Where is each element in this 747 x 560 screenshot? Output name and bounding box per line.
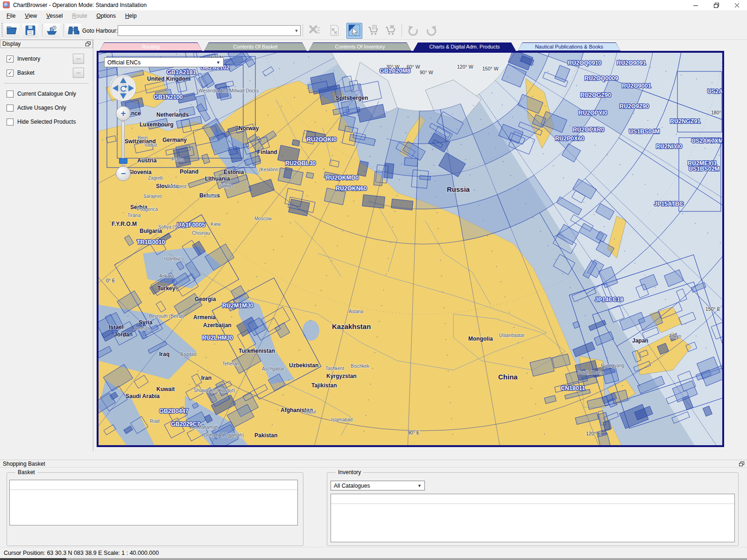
checkbox-label: Basket [17,70,35,76]
tab-charts-digital-adm-products[interactable]: Charts & Digital Adm. Products [413,42,516,52]
toolbar-separator [63,24,64,37]
close-button[interactable] [726,0,747,10]
bottom-scrollbar[interactable] [0,558,747,560]
zoom-in-button[interactable]: + [116,106,131,121]
goto-harbour-combobox[interactable]: ▼ [118,25,301,36]
svg-text:RU2OKN60: RU2OKN60 [336,185,367,192]
svg-text:Austria: Austria [137,157,157,164]
svg-text:Finland: Finland [257,149,277,155]
svg-text:Tashkent: Tashkent [325,366,344,371]
svg-text:South Korea: South Korea [578,370,604,375]
svg-text:Minsk: Minsk [205,194,218,199]
svg-text:Kuwait: Kuwait [156,386,175,392]
toolbar-separator [42,24,42,37]
remove-from-basket-button [383,23,399,39]
pan-control[interactable] [110,75,137,102]
svg-text:Kyrgyzstan: Kyrgyzstan [326,373,357,379]
svg-text:Georgia: Georgia [195,296,216,302]
chart-outlines-icon [328,24,340,38]
svg-text:JP14CC18: JP14CC18 [595,296,623,303]
minimize-button[interactable] [685,0,706,10]
menu-route[interactable]: Route [68,11,92,21]
svg-text:GB1A20M8: GB1A20M8 [380,68,410,74]
svg-text:Armenia: Armenia [193,314,216,321]
menu-help[interactable]: Help [120,11,141,21]
svg-text:Pyongyang: Pyongyang [601,363,624,368]
redo-icon [425,24,437,38]
toolbar-separator [303,24,303,37]
svg-text:0° E: 0° E [106,278,115,283]
inventory-group-label: Inventory [336,469,363,476]
toolbar: Goto Harbour: ▼ [0,21,747,40]
svg-text:RU2OOKI0: RU2OOKI0 [307,136,337,143]
save-button[interactable] [22,23,38,39]
float-panel-icon[interactable] [739,462,744,466]
svg-text:RU2NIYI0: RU2NIYI0 [656,143,682,150]
chart-map[interactable]: 60° N30° W60° W90° W120° W150° W180°150°… [97,51,724,447]
svg-text:90° W: 90° W [420,70,433,75]
svg-text:Uzbekistan: Uzbekistan [289,362,318,369]
menu-view[interactable]: View [20,11,42,21]
menu-file[interactable]: File [2,11,20,21]
toolbar-grip[interactable] [1,23,3,37]
cart-add-icon [367,24,380,38]
usage-band-wheel[interactable] [104,401,141,438]
more-options-button[interactable]: ... [73,68,84,78]
tab-contents-of-basket[interactable]: Contents Of Basket [204,42,307,52]
svg-text:RU2M1MJ0: RU2M1MJ0 [222,302,254,309]
checkbox-active-usages-only[interactable] [7,105,14,112]
chart-type-dropdown[interactable]: Official ENCs ▼ [104,57,224,67]
svg-text:Kazakhstan: Kazakhstan [332,322,371,330]
chevron-down-icon[interactable]: ▼ [293,28,300,33]
svg-text:RU2OQ0009: RU2OQ0009 [585,75,618,82]
svg-text:Tirana: Tirana [127,213,141,218]
float-panel-icon[interactable] [85,42,91,46]
zoom-out-button[interactable]: − [116,166,131,181]
menu-options[interactable]: Options [92,11,120,21]
open-button[interactable] [4,23,20,39]
scale-value: 1 : 40.000.000 [121,550,159,556]
svg-text:Pakistan: Pakistan [254,432,277,439]
vessel-button[interactable] [44,23,60,39]
svg-text:Vilnius: Vilnius [220,183,233,189]
svg-text:RU2OQ0910: RU2OQ0910 [568,60,601,66]
svg-text:Bagdad: Bagdad [180,352,196,357]
basket-table[interactable] [9,480,298,525]
checkbox-basket[interactable]: ✓ [7,70,14,77]
more-options-button[interactable]: ... [73,54,84,64]
svg-text:CN18011: CN18011 [561,385,585,392]
find-harbour-button[interactable] [65,23,81,39]
svg-text:JP15ATBC: JP15ATBC [654,201,684,207]
svg-text:Aschgabat: Aschgabat [262,366,284,371]
map-canvas[interactable]: 60° N30° W60° W90° W120° W150° W180°150°… [99,53,722,445]
svg-text:RU2OPYI0: RU2OPYI0 [578,110,607,116]
svg-text:China: China [498,373,518,381]
chart-outlines-button [326,23,342,39]
checkbox-hide-selected-products[interactable] [7,119,14,126]
catalogue-dropdown[interactable]: All Catalogues ▼ [331,481,425,490]
checkbox-inventory[interactable]: ✓ [7,56,14,63]
tab-nautical-publications-books[interactable]: Nautical Publications & Books [517,42,621,52]
svg-text:F.Y.R.O.M: F.Y.R.O.M [112,221,137,227]
checkbox-current-catalogue-only[interactable] [7,91,14,98]
display-panel: Display ✓Inventory...✓Basket...Current C… [0,40,93,451]
svg-text:Moscow: Moscow [254,216,272,221]
chevron-down-icon[interactable]: ▼ [417,483,422,488]
tab-routing[interactable]: Routing [99,42,203,52]
tab-contents-of-inventory[interactable]: Contents Of Inventory [308,42,412,52]
zoom-slider-handle[interactable] [119,158,127,164]
scrollbar-thumb[interactable] [0,558,66,560]
menu-vessel[interactable]: Vessel [42,11,67,21]
chevron-down-icon[interactable]: ▼ [216,60,220,65]
restore-button[interactable] [706,0,726,10]
display-option-active-usages-only: Active Usages Only [7,103,91,113]
cursor-position-value: 63 30.3 N 083 38.9 E [47,550,102,556]
select-mode-button[interactable] [346,23,362,39]
svg-text:RU2P0X60: RU2P0X60 [555,135,585,142]
remove-usages-icon [308,24,320,38]
inventory-table[interactable] [331,494,735,542]
svg-text:Iran: Iran [201,375,211,381]
folder-open-icon [6,24,18,38]
select-cursor-icon [348,24,360,38]
shopping-basket-header: Shopping Basket [0,460,747,468]
